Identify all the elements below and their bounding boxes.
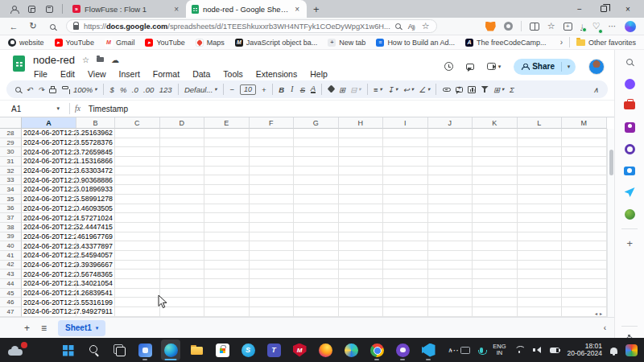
add-sheet-button[interactable]: + (24, 323, 30, 334)
google-sheets-logo[interactable] (13, 56, 25, 72)
cell-E47[interactable] (204, 307, 250, 317)
zoom-page-icon[interactable] (395, 23, 401, 29)
cell-F41[interactable] (250, 251, 295, 261)
taskbar-task-view[interactable] (109, 339, 129, 360)
column-header-K[interactable]: K (473, 117, 518, 129)
cell-A37[interactable]: 2024-06-20T12:2 (22, 213, 76, 223)
increase-decimal-places-button[interactable]: .00 (141, 85, 157, 94)
cell-E44[interactable] (204, 279, 250, 289)
cell-K46[interactable] (473, 298, 518, 307)
cell-M28[interactable] (562, 129, 607, 138)
column-header-E[interactable]: E (204, 117, 250, 129)
cell-J46[interactable] (428, 298, 473, 307)
cell-C29[interactable] (115, 138, 160, 148)
cell-H35[interactable] (339, 195, 384, 204)
cell-H45[interactable] (339, 289, 384, 298)
currency-format-button[interactable]: $ (107, 85, 118, 94)
bookmark-youtube[interactable]: ▸YouTube (55, 39, 94, 47)
cell-M38[interactable] (562, 223, 607, 232)
tab-actions-icon[interactable] (40, 2, 58, 16)
metamask-extension-icon[interactable] (485, 22, 496, 31)
share-button[interactable]: Share ▾ (514, 59, 576, 75)
corner-box[interactable] (0, 117, 22, 129)
cell-M46[interactable] (562, 298, 607, 307)
taskbar-widgets[interactable] (135, 339, 155, 360)
vertical-scrollbar[interactable] (607, 129, 614, 317)
url-field[interactable]: https://docs.google.com/spreadsheets/d/1… (66, 19, 437, 33)
column-header-A[interactable]: A (22, 117, 76, 129)
taskbar-globe-app[interactable] (341, 339, 361, 360)
cell-J45[interactable] (428, 289, 473, 298)
cell-H32[interactable] (339, 167, 384, 176)
formula-input[interactable]: Timestamp (89, 105, 128, 113)
cell-A45[interactable]: 2024-06-20T12:2 (22, 289, 76, 298)
cell-I41[interactable] (383, 251, 428, 261)
cell-I30[interactable] (383, 147, 428, 157)
cell-E43[interactable] (204, 269, 250, 279)
cell-E46[interactable] (204, 298, 250, 307)
insert-link-button[interactable] (440, 88, 452, 92)
tab-close-icon[interactable]: × (293, 5, 301, 14)
functions-button[interactable]: Σ (506, 85, 517, 94)
cell-A34[interactable]: 2024-06-20T12:2 (22, 185, 76, 195)
cell-M40[interactable] (562, 241, 607, 251)
cell-F31[interactable] (250, 157, 295, 167)
fill-color-button[interactable] (325, 87, 336, 93)
cell-D29[interactable] (160, 138, 205, 148)
cell-I45[interactable] (383, 289, 428, 298)
cell-B44[interactable]: 61.34021054 (76, 279, 115, 289)
bookmark-github[interactable]: website (8, 39, 44, 47)
cell-D42[interactable] (160, 261, 205, 270)
insert-chart-button[interactable] (465, 86, 478, 93)
cell-L42[interactable] (518, 261, 563, 270)
cell-E42[interactable] (204, 261, 250, 270)
undo-button[interactable]: ↶ (23, 85, 35, 94)
cell-I35[interactable] (383, 195, 428, 204)
column-header-J[interactable]: J (428, 117, 473, 129)
search-home-button[interactable] (47, 22, 58, 31)
sidebar-app-5[interactable] (621, 163, 638, 178)
row-header-30[interactable]: 30 (0, 147, 22, 157)
all-sheets-menu-button[interactable]: ≡ (41, 323, 47, 334)
split-screen-icon[interactable] (530, 23, 539, 31)
cell-D44[interactable] (160, 279, 205, 289)
cell-C32[interactable] (115, 167, 160, 176)
sheet-tab-sheet1[interactable]: Sheet1 ▾ (58, 320, 105, 336)
taskbar-vscode[interactable] (419, 339, 438, 360)
cell-L46[interactable] (518, 298, 563, 307)
cell-F40[interactable] (250, 241, 295, 251)
zoom-button[interactable]: 100%▾ (71, 85, 100, 94)
print-button[interactable] (47, 86, 59, 93)
cell-J43[interactable] (428, 269, 473, 279)
collapse-toolbar-button[interactable]: ∧ (591, 85, 601, 94)
cell-E41[interactable] (204, 251, 250, 261)
insert-comment-button[interactable] (453, 87, 465, 93)
column-header-C[interactable]: C (115, 117, 160, 129)
menu-help[interactable]: Help (309, 69, 328, 79)
cell-H34[interactable] (339, 185, 384, 195)
create-filter-button[interactable] (478, 86, 490, 93)
cell-B42[interactable]: 59.39396667 (76, 261, 115, 270)
cell-G36[interactable] (294, 204, 339, 214)
profile-icon[interactable] (5, 2, 23, 16)
cell-F39[interactable] (250, 232, 295, 242)
redo-button[interactable]: ↷ (35, 85, 47, 94)
cell-M33[interactable] (562, 175, 607, 185)
user-avatar[interactable] (588, 59, 605, 75)
cell-H36[interactable] (339, 204, 384, 214)
cell-D40[interactable] (160, 241, 205, 251)
share-dropdown[interactable]: ▾ (561, 62, 576, 72)
cell-G34[interactable] (294, 185, 339, 195)
cell-K43[interactable] (473, 269, 518, 279)
horizontal-align-button[interactable]: ≡▾ (371, 85, 385, 94)
column-header-D[interactable]: D (160, 117, 205, 129)
cell-B34[interactable]: 86.01896933 (76, 185, 115, 195)
cell-K30[interactable] (473, 147, 518, 157)
cell-L31[interactable] (518, 157, 563, 167)
cell-L41[interactable] (518, 251, 563, 261)
cell-G31[interactable] (294, 157, 339, 167)
cell-B41[interactable]: 92.54594057 (76, 251, 115, 261)
bookmark-mdn[interactable]: MJavaScript object ba... (235, 39, 318, 47)
cell-I44[interactable] (383, 279, 428, 289)
cell-C36[interactable] (115, 204, 160, 214)
